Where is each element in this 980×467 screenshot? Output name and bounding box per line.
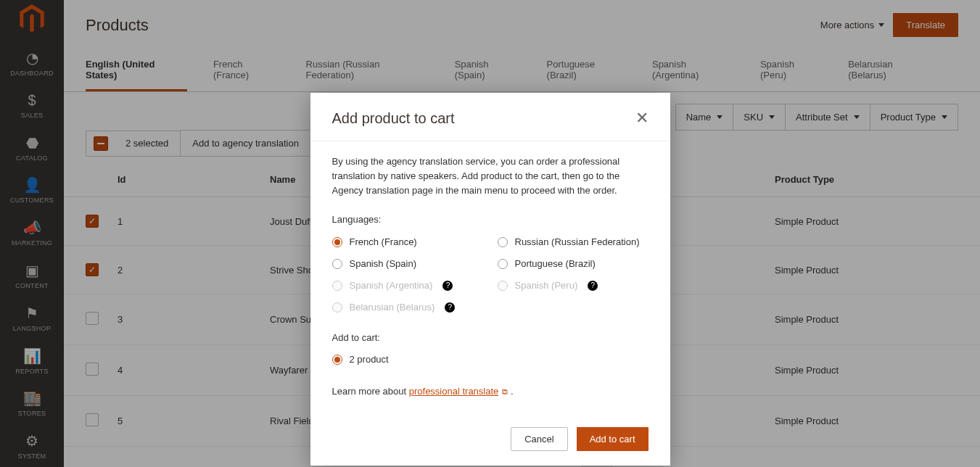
language-option: Spanish (Argentina)? xyxy=(332,278,483,293)
modal-title: Add product to cart xyxy=(332,110,455,127)
close-icon[interactable]: ✕ xyxy=(635,109,648,128)
language-label: Portuguese (Brazil) xyxy=(515,257,596,271)
radio-icon xyxy=(332,259,342,269)
radio-icon xyxy=(498,281,508,291)
addcart-value: 2 product xyxy=(350,352,389,367)
language-options: French (France)Russian (Russian Federati… xyxy=(332,235,648,315)
radio-icon xyxy=(332,302,342,313)
language-option: Belarusian (Belarus)? xyxy=(332,300,483,315)
modal-intro: By using the agency translation service,… xyxy=(332,154,648,198)
radio-icon xyxy=(332,281,342,291)
radio-icon xyxy=(498,237,508,247)
add-to-cart-button[interactable]: Add to cart xyxy=(577,427,648,451)
language-label: Spanish (Argentina) xyxy=(350,278,433,293)
language-label: French (France) xyxy=(350,235,417,249)
radio-icon xyxy=(498,259,508,269)
addcart-option[interactable]: 2 product xyxy=(332,352,648,367)
modal-body: By using the agency translation service,… xyxy=(310,141,670,416)
languages-label: Languages: xyxy=(332,212,648,227)
modal-footer: Cancel Add to cart xyxy=(310,416,670,466)
language-option[interactable]: Portuguese (Brazil) xyxy=(498,257,648,271)
language-option[interactable]: French (France) xyxy=(332,235,483,249)
language-label: Spanish (Spain) xyxy=(350,257,417,271)
radio-icon xyxy=(332,355,342,365)
learn-suffix: . xyxy=(508,386,513,397)
radio-icon xyxy=(332,237,342,247)
modal-header: Add product to cart ✕ xyxy=(310,93,670,141)
learn-more: Learn more about professional translate … xyxy=(332,384,648,399)
language-label: Spanish (Peru) xyxy=(515,278,578,293)
language-label: Russian (Russian Federation) xyxy=(515,235,640,249)
external-link-icon: ⧉ xyxy=(500,387,508,396)
cancel-button[interactable]: Cancel xyxy=(511,427,567,451)
addcart-label: Add to cart: xyxy=(332,331,648,345)
add-to-cart-modal: Add product to cart ✕ By using the agenc… xyxy=(310,93,670,466)
learn-prefix: Learn more about xyxy=(332,386,409,397)
help-icon[interactable]: ? xyxy=(442,281,453,291)
language-option: Spanish (Peru)? xyxy=(498,278,648,293)
language-option[interactable]: Russian (Russian Federation) xyxy=(498,235,648,249)
language-label: Belarusian (Belarus) xyxy=(350,300,435,315)
help-icon[interactable]: ? xyxy=(445,302,455,313)
modal-overlay[interactable]: Add product to cart ✕ By using the agenc… xyxy=(0,0,980,467)
help-icon[interactable]: ? xyxy=(588,281,598,291)
professional-translate-link[interactable]: professional translate xyxy=(409,386,499,397)
language-option[interactable]: Spanish (Spain) xyxy=(332,257,483,271)
